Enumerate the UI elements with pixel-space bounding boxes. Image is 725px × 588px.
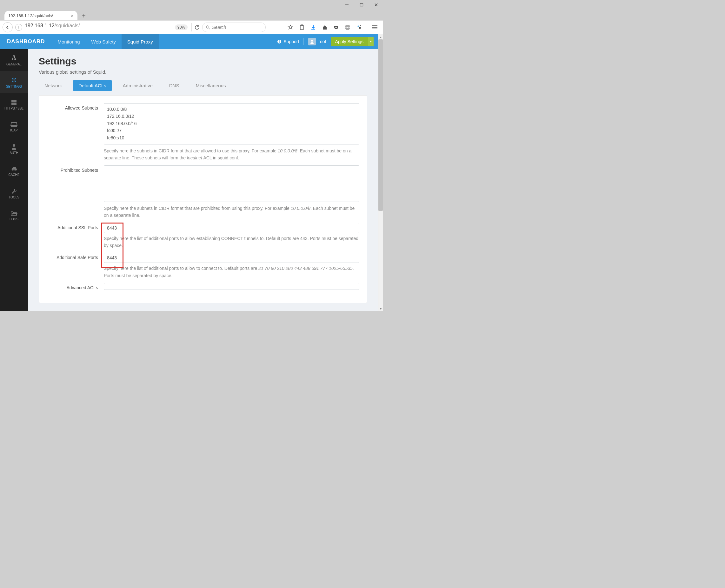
sidebar-item-https-ssl[interactable]: HTTPS / SSL <box>0 93 28 115</box>
window-close-button[interactable] <box>372 2 381 8</box>
tab-miscellaneous[interactable]: Miscellaneous <box>190 80 231 91</box>
nav-web-safety[interactable]: Web Safety <box>86 34 122 49</box>
settings-panel: Allowed Subnets Specify here the subnets… <box>39 95 367 303</box>
page-title: Settings <box>39 56 367 67</box>
header-nav: Monitoring Web Safety Squid Proxy <box>52 34 159 49</box>
main-content: Settings Various global settings of Squi… <box>28 49 378 311</box>
svg-point-19 <box>13 79 15 81</box>
sidebar: AGENERAL SETTINGS HTTPS / SSL ICAP AUTH … <box>0 49 28 311</box>
svg-line-25 <box>15 81 16 82</box>
nav-monitoring[interactable]: Monitoring <box>52 34 86 49</box>
bookmark-star-icon[interactable] <box>287 24 294 30</box>
apply-dropdown-caret[interactable]: ▾ <box>368 37 374 46</box>
sidebar-item-auth[interactable]: AUTH <box>0 138 28 160</box>
browser-tab-title: 192.168.1.12/squid/acls/ <box>8 13 53 18</box>
advanced-acls-input[interactable] <box>104 283 359 290</box>
app-header: DASHBOARD Monitoring Web Safety Squid Pr… <box>0 34 378 49</box>
site-info-icon[interactable]: i <box>15 24 22 31</box>
brand-logo[interactable]: DASHBOARD <box>0 38 52 45</box>
svg-line-24 <box>12 78 13 79</box>
tab-network[interactable]: Network <box>39 80 68 91</box>
additional-safe-ports-label: Additional Safe Ports <box>47 253 104 279</box>
window-minimize-button[interactable] <box>342 2 351 8</box>
svg-rect-32 <box>11 125 17 127</box>
folder-open-icon <box>10 210 18 216</box>
additional-ssl-ports-help: Specify here the list of additional port… <box>104 235 359 249</box>
settings-tabs: Network Default ACLs Administrative DNS … <box>39 80 367 91</box>
prohibited-subnets-help: Specify here the subnets in CIDR format … <box>104 205 359 219</box>
sidebar-item-general[interactable]: AGENERAL <box>0 49 28 71</box>
additional-ssl-ports-input[interactable] <box>104 223 359 233</box>
scrollbar-track[interactable]: ▴ ▾ <box>378 34 383 311</box>
svg-line-27 <box>12 81 13 82</box>
tab-default-acls[interactable]: Default ACLs <box>73 80 112 91</box>
gear-icon <box>10 77 18 84</box>
nav-back-button[interactable] <box>2 22 13 33</box>
tab-dns[interactable]: DNS <box>164 80 185 91</box>
browser-tab[interactable]: 192.168.1.12/squid/acls/ × <box>4 11 78 20</box>
svg-text:ABP: ABP <box>345 26 350 28</box>
svg-rect-31 <box>14 103 17 105</box>
allowed-subnets-help: Specify here the subnets in CIDR format … <box>104 147 359 162</box>
inbox-icon <box>10 122 18 127</box>
clipboard-icon[interactable] <box>299 24 305 30</box>
user-menu[interactable]: root <box>308 38 326 45</box>
extension-icon[interactable] <box>356 24 362 30</box>
sidebar-item-tools[interactable]: TOOLS <box>0 182 28 205</box>
support-link[interactable]: i Support <box>277 39 299 44</box>
browser-toolbar: i 192.168.1.12/squid/acls/ 90% Search AB… <box>0 20 383 34</box>
scroll-down-button[interactable]: ▾ <box>378 306 383 311</box>
svg-rect-29 <box>14 100 17 102</box>
url-input[interactable]: 192.168.1.12/squid/acls/ <box>25 23 172 32</box>
window-maximize-button[interactable] <box>357 2 366 8</box>
svg-point-4 <box>206 26 209 28</box>
cloud-download-icon <box>10 166 18 172</box>
letter-a-icon: A <box>12 54 16 61</box>
grid-icon <box>11 99 17 105</box>
svg-rect-28 <box>12 100 14 102</box>
avatar-icon <box>308 38 316 45</box>
zoom-level-badge[interactable]: 90% <box>175 24 188 30</box>
sidebar-item-logs[interactable]: LOGS <box>0 205 28 227</box>
svg-rect-30 <box>12 103 14 105</box>
tab-administrative[interactable]: Administrative <box>117 80 158 91</box>
nav-squid-proxy[interactable]: Squid Proxy <box>122 34 159 49</box>
prohibited-subnets-input[interactable] <box>104 165 359 202</box>
sidebar-item-settings[interactable]: SETTINGS <box>0 71 28 93</box>
additional-safe-ports-help: Specify here the list of additional port… <box>104 265 359 279</box>
reload-button[interactable] <box>191 23 200 31</box>
page-subtitle: Various global settings of Squid. <box>39 69 367 75</box>
allowed-subnets-input[interactable] <box>104 103 359 145</box>
user-icon <box>11 144 17 150</box>
separator <box>303 38 304 45</box>
apply-settings-button[interactable]: Apply Settings ▾ <box>331 37 374 46</box>
svg-rect-6 <box>300 25 303 29</box>
scrollbar-thumb[interactable] <box>378 39 383 211</box>
info-icon: i <box>277 39 281 44</box>
scroll-up-button[interactable]: ▴ <box>378 34 383 39</box>
home-icon[interactable] <box>322 24 328 30</box>
sidebar-item-cache[interactable]: CACHE <box>0 160 28 182</box>
pocket-icon[interactable] <box>333 24 339 30</box>
search-box[interactable]: Search <box>202 23 266 32</box>
sidebar-item-icap[interactable]: ICAP <box>0 115 28 138</box>
svg-point-12 <box>359 27 361 29</box>
additional-ssl-ports-label: Additional SSL Ports <box>47 223 104 249</box>
additional-safe-ports-input[interactable] <box>104 253 359 263</box>
svg-text:i: i <box>279 40 280 43</box>
search-icon <box>206 25 210 29</box>
svg-point-33 <box>13 144 15 147</box>
downloads-icon[interactable] <box>310 24 317 30</box>
svg-point-11 <box>358 26 359 27</box>
new-tab-button[interactable]: + <box>79 12 88 20</box>
advanced-acls-label: Advanced ACLs <box>47 283 104 290</box>
adblock-icon[interactable]: ABP <box>344 24 351 30</box>
svg-point-18 <box>311 40 313 42</box>
menu-button[interactable] <box>370 23 379 32</box>
svg-line-26 <box>15 78 16 79</box>
wrench-icon <box>11 188 17 194</box>
tab-close-icon[interactable]: × <box>71 13 73 18</box>
search-placeholder: Search <box>212 25 226 30</box>
prohibited-subnets-label: Prohibited Subnets <box>47 165 104 219</box>
browser-tabstrip: 192.168.1.12/squid/acls/ × + <box>0 9 383 20</box>
